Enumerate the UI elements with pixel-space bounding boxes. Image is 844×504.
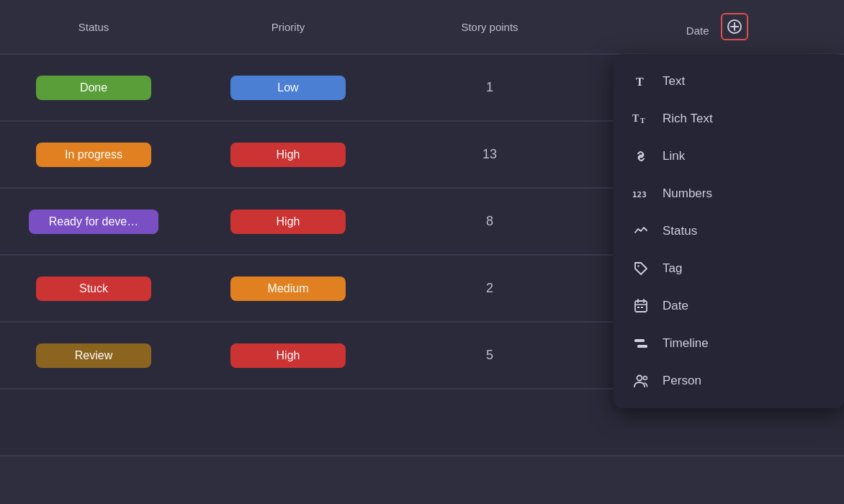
status-cell: Review bbox=[0, 322, 187, 389]
svg-rect-12 bbox=[637, 307, 639, 308]
col-status: Status bbox=[0, 0, 187, 54]
status-cell: Ready for deve… bbox=[0, 188, 187, 255]
menu-item-label: Date bbox=[663, 299, 688, 313]
svg-rect-15 bbox=[637, 345, 647, 348]
priority-badge: Medium bbox=[230, 276, 346, 301]
priority-cell: High bbox=[187, 188, 389, 255]
add-column-button[interactable] bbox=[721, 13, 748, 40]
status-badge: Done bbox=[36, 76, 151, 100]
menu-item-label: Rich Text bbox=[663, 112, 713, 126]
menu-item-label: Numbers bbox=[663, 186, 712, 201]
story-points-value: 5 bbox=[486, 348, 493, 362]
svg-text:T: T bbox=[636, 76, 644, 88]
svg-rect-8 bbox=[635, 301, 647, 312]
col-date: Date bbox=[591, 0, 844, 54]
svg-text:123: 123 bbox=[632, 190, 647, 199]
status-badge: In progress bbox=[36, 143, 151, 167]
svg-point-16 bbox=[637, 376, 642, 381]
menu-item-date[interactable]: Date bbox=[614, 287, 844, 325]
menu-item-link[interactable]: Link bbox=[614, 138, 844, 175]
rich-text-icon: TT bbox=[631, 109, 651, 129]
points-cell: 8 bbox=[389, 188, 591, 255]
points-cell: 2 bbox=[389, 255, 591, 322]
svg-point-17 bbox=[644, 377, 647, 380]
status-badge: Stuck bbox=[36, 276, 151, 301]
person-icon bbox=[631, 371, 651, 391]
svg-point-7 bbox=[637, 265, 639, 266]
menu-item-label: Link bbox=[663, 149, 685, 163]
story-points-value: 13 bbox=[482, 147, 497, 161]
status-badge: Ready for deve… bbox=[29, 210, 159, 234]
status-badge: Review bbox=[36, 343, 151, 368]
priority-badge: High bbox=[230, 143, 346, 167]
story-points-value: 2 bbox=[486, 281, 493, 295]
svg-rect-13 bbox=[641, 307, 643, 308]
priority-cell: High bbox=[187, 121, 389, 188]
story-points-value: 8 bbox=[486, 214, 493, 228]
points-cell: 5 bbox=[389, 322, 591, 389]
table-container: Status Priority Story points Date bbox=[0, 0, 844, 504]
timeline-icon bbox=[631, 333, 651, 354]
col-story-points: Story points bbox=[389, 0, 591, 54]
menu-item-rich-text[interactable]: TT Rich Text bbox=[614, 100, 844, 138]
points-cell: 13 bbox=[389, 121, 591, 188]
priority-badge: Low bbox=[230, 76, 346, 100]
priority-badge: High bbox=[230, 343, 346, 368]
status-icon bbox=[631, 221, 651, 241]
menu-item-numbers[interactable]: 123 Numbers bbox=[614, 175, 844, 212]
status-cell: In progress bbox=[0, 121, 187, 188]
menu-item-tag[interactable]: Tag bbox=[614, 250, 844, 287]
priority-cell: High bbox=[187, 322, 389, 389]
text-icon: T bbox=[631, 71, 651, 91]
date-icon bbox=[631, 296, 651, 316]
priority-cell: Low bbox=[187, 54, 389, 121]
menu-item-label: Tag bbox=[663, 261, 682, 276]
points-cell: 1 bbox=[389, 54, 591, 121]
status-cell: Stuck bbox=[0, 255, 187, 322]
priority-badge: High bbox=[230, 210, 346, 234]
svg-text:T: T bbox=[640, 117, 645, 125]
link-icon bbox=[631, 146, 651, 166]
menu-item-label: Status bbox=[663, 224, 697, 238]
menu-item-status[interactable]: Status bbox=[614, 212, 844, 250]
story-points-value: 1 bbox=[486, 80, 493, 94]
svg-rect-14 bbox=[634, 339, 645, 342]
tag-icon bbox=[631, 258, 651, 279]
numbers-icon: 123 bbox=[631, 184, 651, 204]
add-column-dropdown: T Text TT Rich Text Link 123 Numbers Sta… bbox=[614, 54, 844, 408]
date-label: Date bbox=[686, 24, 709, 37]
status-cell: Done bbox=[0, 54, 187, 121]
priority-cell: Medium bbox=[187, 255, 389, 322]
menu-item-label: Text bbox=[663, 74, 685, 89]
col-priority: Priority bbox=[187, 0, 389, 54]
menu-item-text[interactable]: T Text bbox=[614, 63, 844, 100]
menu-item-label: Person bbox=[663, 374, 701, 388]
menu-item-label: Timeline bbox=[663, 336, 709, 351]
menu-item-timeline[interactable]: Timeline bbox=[614, 325, 844, 362]
svg-text:T: T bbox=[632, 113, 639, 124]
menu-item-person[interactable]: Person bbox=[614, 362, 844, 400]
